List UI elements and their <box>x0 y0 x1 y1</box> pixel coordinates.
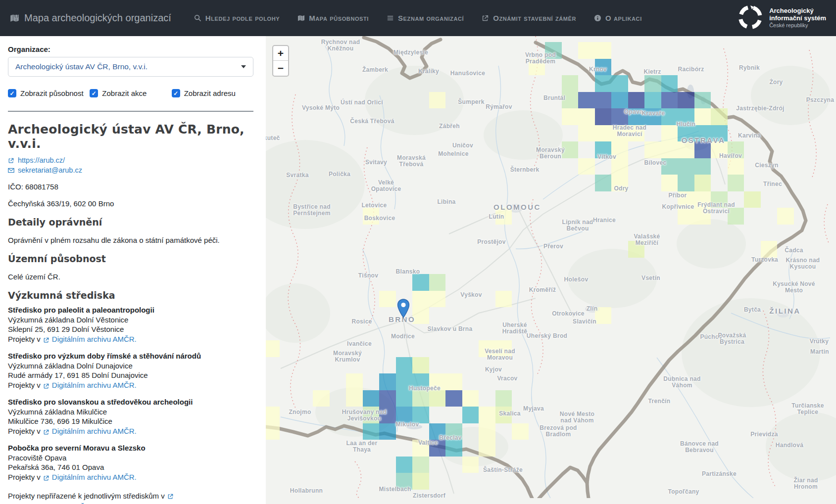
checkbox-zobrazit-p-sobnost[interactable]: ✓Zobrazit působnost <box>8 89 90 97</box>
map-town-label: Kravaře <box>642 110 665 117</box>
center-archive-link[interactable]: Digitálním archivu AMČR. <box>52 472 137 482</box>
heatmap-cell <box>694 92 711 109</box>
nav-item-hledej-podle-polohy[interactable]: Hledej podle polohy <box>194 14 280 22</box>
map-town-label: Bílovec <box>644 160 667 166</box>
heatmap-cell <box>678 208 694 225</box>
search-icon <box>194 14 201 22</box>
map-town-label: Krásno nad Kysucou <box>786 257 820 270</box>
map-town-label: Vítkov <box>597 154 616 160</box>
nav-item-label: Seznam organizací <box>398 14 464 22</box>
zoom-in-button[interactable]: + <box>273 46 288 61</box>
center-address: Pekařská 36a, 746 01 Opava <box>8 462 253 472</box>
email-link[interactable]: sekretariat@arub.cz <box>18 166 82 174</box>
center-address: Rudé armády 17, 691 85 Dolní Dunajovice <box>8 370 253 380</box>
heatmap-cell <box>678 92 694 109</box>
map-town-label: Šumperk <box>458 99 484 105</box>
research-center: Středisko pro výzkum doby římské a stěho… <box>8 351 253 390</box>
map-icon <box>297 14 305 22</box>
map-town-label: Prostějov <box>477 239 505 245</box>
nav-item-o-aplikaci[interactable]: O aplikaci <box>594 14 642 22</box>
map-town-label: Racibórz <box>678 66 704 73</box>
heatmap-cell <box>562 108 579 125</box>
map-town-label: Turčianske Teplice <box>791 403 824 415</box>
organization-select[interactable]: Archeologický ústav AV ČR, Brno, v.v.i. <box>8 57 253 77</box>
map-town-label: Polička <box>329 171 350 178</box>
territory-text: Celé území ČR. <box>8 273 253 281</box>
research-center: Pobočka pro severní Moravu a SlezskoPrac… <box>8 443 253 482</box>
heatmap-cell <box>595 75 612 92</box>
map-town-label: Skalica <box>499 411 520 417</box>
heatmap-cell <box>479 423 495 440</box>
center-base: Výzkumná základna Dolní Věstonice <box>8 315 253 325</box>
heatmap-cell <box>578 92 595 109</box>
center-archive-link[interactable]: Digitálním archivu AMČR. <box>52 334 137 344</box>
heatmap-cell <box>728 175 744 191</box>
heatmap-cell <box>661 175 678 191</box>
heatmap-cell <box>595 125 612 142</box>
organization-address: Čechyňská 363/19, 602 00 Brno <box>8 199 253 208</box>
heatmap-cell <box>595 92 612 109</box>
map-town-label: Frýdlant nad Ostravicí <box>697 202 735 215</box>
map-city-label: OSTRAVA <box>682 137 726 143</box>
heatmap-cell <box>462 390 479 407</box>
website-link[interactable]: https://arub.cz/ <box>18 156 65 164</box>
checkbox-zobrazit-adresu[interactable]: ✓Zobrazit adresu <box>172 89 253 97</box>
map-town-label: Krnov <box>589 66 607 73</box>
checkbox-check-icon: ✓ <box>8 89 16 97</box>
heatmap-cell <box>266 407 280 423</box>
heatmap-cell <box>611 92 628 109</box>
center-archive-link[interactable]: Digitálním archivu AMČR. <box>52 380 137 390</box>
app-logo: Archeologický informační systém České re… <box>737 4 826 33</box>
nav-item-ozn-mit-stavebn-z-m-r[interactable]: Oznámit stavební záměr <box>482 14 576 22</box>
map-town-label: Opava <box>624 109 643 115</box>
map-town-label: Znojmo <box>289 409 311 415</box>
heatmap-cell <box>611 158 628 175</box>
map-town-label: Havířov <box>719 153 742 159</box>
map-town-label: Nové Mesto nad Váhom <box>560 411 594 424</box>
map-town-label: Dubnica nad Váhom <box>663 376 700 389</box>
map-town-label: Moravský Beroun <box>536 147 565 160</box>
map-town-label: Libina <box>437 199 455 205</box>
research-center: Středisko pro slovanskou a středověkou a… <box>8 397 253 436</box>
heatmap-cell <box>578 108 595 125</box>
nav-item-seznam-organizac-[interactable]: Seznam organizací <box>387 14 464 22</box>
map-town-label: Kysucké Nové Mesto <box>773 281 815 294</box>
heatmap-cell <box>761 241 778 258</box>
zoom-out-button[interactable]: − <box>273 61 288 76</box>
map-marker[interactable] <box>397 299 410 321</box>
map-town-label: Prievidza <box>750 431 778 438</box>
map-town-label: Vysoké Mýto <box>302 105 340 111</box>
heatmap-cell <box>495 390 512 407</box>
navbar-brand[interactable]: Mapa archeologických organizací <box>10 12 171 24</box>
heatmap-cell <box>412 357 429 374</box>
map-town-label: Žiar nad Hronom <box>793 477 818 490</box>
heatmap-cell <box>363 390 380 407</box>
organization-ico: IČO: 68081758 <box>8 183 253 191</box>
heatmap-cell <box>445 440 462 457</box>
map-town-label: Holešov <box>564 276 589 283</box>
map-canvas[interactable]: Rychnov nad KněžnouMiędzylesieŽamberkKrá… <box>266 36 836 504</box>
map-town-label: Slavkov u Brna <box>428 326 473 332</box>
heatmap-cell <box>379 291 396 308</box>
heatmap-cell <box>313 390 330 407</box>
map-town-label: Vrútky <box>810 338 829 345</box>
heatmap-cell <box>445 373 462 390</box>
map-town-label: Topoľčany <box>668 489 699 495</box>
heatmap-cell <box>595 42 612 59</box>
map-town-label: Myjava <box>523 406 544 412</box>
heatmap-cell <box>379 423 396 440</box>
heatmap-cell <box>644 92 661 109</box>
map-town-label: Uherský Brod <box>527 333 567 339</box>
map-town-label: Bánovce nad Bebravou <box>680 441 719 454</box>
heatmap-cell <box>578 158 595 175</box>
center-base: Výzkumná základna Dolní Dunajovice <box>8 361 253 371</box>
checkbox-zobrazit-akce[interactable]: ✓Zobrazit akce <box>90 89 171 97</box>
map-city-label: ŽILINA <box>769 308 800 314</box>
heatmap-cell <box>661 92 678 109</box>
map-town-label: Handlová <box>776 442 803 449</box>
map-town-label: Bytča <box>744 307 761 313</box>
map-town-label: Česká Třebová <box>350 118 394 125</box>
center-archive-link[interactable]: Digitálním archivu AMČR. <box>52 426 137 436</box>
nav-item-mapa-p-sobnosti[interactable]: Mapa působnosti <box>297 14 369 22</box>
external-link-icon <box>43 474 49 480</box>
